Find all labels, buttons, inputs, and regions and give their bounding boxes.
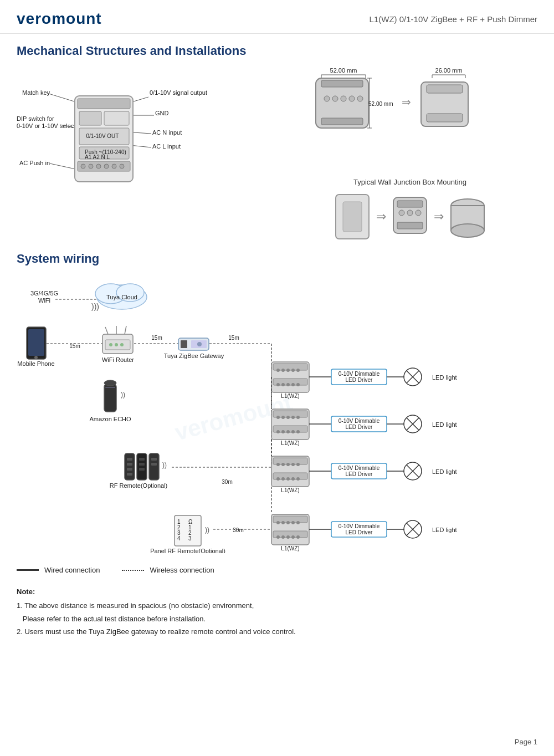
- svg-rect-11: [104, 111, 129, 125]
- svg-point-78: [197, 342, 202, 346]
- svg-point-21: [104, 164, 109, 168]
- svg-point-134: [276, 416, 280, 419]
- svg-point-36: [357, 96, 363, 101]
- svg-line-67: [105, 327, 108, 334]
- svg-point-163: [291, 477, 295, 481]
- note-1: 1. The above distance is measured in spa…: [17, 599, 537, 625]
- svg-text:LED Driver: LED Driver: [346, 424, 373, 430]
- page-number: Page 1: [515, 738, 537, 746]
- dim-side: 52.00 mm: [368, 101, 393, 107]
- svg-text:0/1-10V OUT: 0/1-10V OUT: [86, 133, 119, 139]
- svg-point-116: [286, 369, 290, 372]
- svg-rect-76: [181, 340, 187, 348]
- ac-push-label: AC Push in: [19, 160, 50, 166]
- svg-rect-10: [79, 111, 101, 125]
- svg-rect-94: [139, 458, 145, 461]
- l1wz-2: L1(WZ): [281, 440, 299, 446]
- note-2: 2. Users must use the Tuya ZigBee gatewa…: [17, 625, 537, 638]
- svg-point-162: [286, 477, 290, 481]
- l1wz-3: L1(WZ): [281, 487, 299, 493]
- svg-point-18: [81, 164, 85, 168]
- svg-point-50: [399, 210, 404, 216]
- driver-2-line1: 0-10V Dimmable: [338, 418, 380, 424]
- svg-point-55: [451, 224, 484, 237]
- dim-right: 26.00 mm: [435, 67, 463, 74]
- wired-label: Wired connection: [44, 566, 100, 574]
- svg-rect-63: [28, 329, 44, 356]
- legend-wired: Wired connection: [17, 566, 100, 574]
- svg-text:)): )): [205, 526, 209, 534]
- gnd-label: GND: [155, 110, 169, 116]
- wiring-section: veromount 3G/4G/5G WiFi Tuya Cloud ))) M…: [0, 270, 554, 560]
- svg-rect-98: [151, 463, 157, 466]
- svg-rect-44: [427, 114, 463, 122]
- svg-point-138: [296, 416, 300, 419]
- dip-label: DIP switch for: [17, 115, 54, 122]
- wall-plate-svg: [333, 192, 372, 242]
- svg-point-140: [276, 430, 280, 433]
- svg-rect-9: [78, 99, 130, 109]
- svg-text:4: 4: [177, 535, 181, 542]
- svg-rect-43: [427, 85, 463, 93]
- svg-point-183: [291, 535, 295, 539]
- product-title: L1(WZ) 0/1-10V ZigBee + RF + Push Dimmer: [370, 14, 537, 24]
- svg-point-180: [276, 535, 280, 539]
- device-svg: Match key DIP switch for 0-10V or 1-10V …: [17, 63, 227, 212]
- svg-rect-95: [139, 463, 145, 466]
- mounting-row: ⇒ ⇒: [333, 192, 487, 242]
- wireless-label: Wireless connection: [150, 566, 214, 574]
- match-key-label: Match key: [22, 89, 50, 96]
- logo-vero: vero: [17, 10, 52, 27]
- svg-rect-89: [149, 453, 159, 480]
- svg-point-178: [296, 521, 300, 524]
- phone-label: Mobile Phone: [17, 360, 54, 367]
- dist-30m-2: 30m: [233, 527, 243, 533]
- svg-point-115: [281, 369, 285, 372]
- svg-point-114: [276, 369, 280, 372]
- notes-title: Note:: [17, 585, 537, 598]
- svg-point-64: [34, 356, 38, 359]
- svg-rect-92: [127, 468, 132, 471]
- svg-point-174: [276, 521, 280, 524]
- svg-point-177: [291, 521, 295, 524]
- svg-point-176: [286, 521, 290, 524]
- header: veromount L1(WZ) 0/1-10V ZigBee + RF + P…: [0, 0, 554, 34]
- wireless-line-symbol: [122, 570, 144, 571]
- l1wz-4: L1(WZ): [281, 545, 299, 551]
- arrow-icon-1: ⇒: [376, 210, 386, 224]
- svg-point-161: [281, 477, 285, 481]
- arrow-icon-2: ⇒: [434, 210, 444, 224]
- svg-point-34: [341, 96, 346, 101]
- wiring-title: System wiring: [0, 242, 554, 270]
- svg-point-160: [276, 477, 280, 481]
- panel-rf-label: Panel RF Remote(Optional): [150, 548, 225, 553]
- svg-point-73: [120, 343, 124, 346]
- svg-rect-83: [104, 384, 116, 412]
- dist-2: 15m: [151, 335, 162, 341]
- svg-text:LED Driver: LED Driver: [346, 377, 373, 383]
- driver-4-line1: 0-10V Dimmable: [338, 523, 380, 529]
- svg-text:LED Driver: LED Driver: [346, 471, 373, 477]
- svg-rect-90: [127, 458, 132, 461]
- cylinder-svg: [448, 192, 487, 242]
- svg-point-121: [281, 383, 285, 386]
- led-light-2: LED light: [432, 421, 457, 428]
- svg-point-158: [296, 463, 300, 466]
- notes-area: Note: 1. The above distance is measured …: [0, 580, 554, 650]
- svg-point-137: [291, 416, 295, 419]
- svg-point-32: [324, 96, 330, 101]
- svg-point-72: [115, 343, 118, 346]
- svg-point-143: [291, 430, 295, 433]
- wired-line-symbol: [17, 569, 39, 571]
- svg-text:))): ))): [91, 302, 99, 311]
- svg-text:)): )): [162, 461, 167, 469]
- svg-rect-93: [127, 473, 132, 476]
- svg-point-117: [291, 369, 295, 372]
- svg-rect-48: [397, 201, 423, 207]
- svg-point-20: [96, 164, 101, 168]
- echo-label: Amazon ECHO: [89, 416, 131, 422]
- svg-point-144: [296, 430, 300, 433]
- cloud-label: Tuya Cloud: [106, 294, 137, 300]
- svg-rect-49: [397, 222, 423, 229]
- dim-top: 52.00 mm: [330, 67, 357, 74]
